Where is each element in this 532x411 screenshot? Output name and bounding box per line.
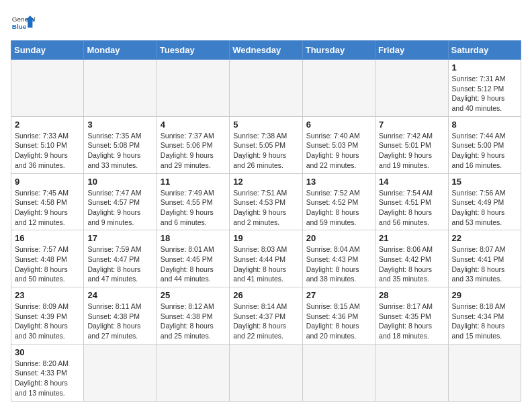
calendar-cell: 30Sunrise: 8:20 AM Sunset: 4:33 PM Dayli… — [11, 344, 84, 401]
day-number: 6 — [306, 120, 371, 130]
calendar-cell: 28Sunrise: 8:17 AM Sunset: 4:35 PM Dayli… — [375, 287, 448, 345]
day-info: Sunrise: 7:59 AM Sunset: 4:47 PM Dayligh… — [87, 244, 152, 284]
day-number: 17 — [87, 233, 152, 243]
day-number: 26 — [233, 290, 298, 300]
calendar-cell: 9Sunrise: 7:45 AM Sunset: 4:58 PM Daylig… — [11, 173, 84, 230]
weekday-header-friday: Friday — [375, 41, 448, 60]
day-info: Sunrise: 7:35 AM Sunset: 5:08 PM Dayligh… — [87, 131, 152, 171]
day-info: Sunrise: 8:09 AM Sunset: 4:39 PM Dayligh… — [15, 302, 80, 341]
day-number: 23 — [15, 290, 80, 300]
day-info: Sunrise: 8:12 AM Sunset: 4:38 PM Dayligh… — [161, 302, 226, 341]
calendar-cell: 22Sunrise: 8:07 AM Sunset: 4:41 PM Dayli… — [448, 230, 521, 287]
calendar-cell: 29Sunrise: 8:18 AM Sunset: 4:34 PM Dayli… — [448, 287, 521, 345]
day-info: Sunrise: 7:57 AM Sunset: 4:48 PM Dayligh… — [15, 244, 80, 284]
day-info: Sunrise: 7:37 AM Sunset: 5:06 PM Dayligh… — [161, 131, 226, 171]
calendar-cell: 18Sunrise: 8:01 AM Sunset: 4:45 PM Dayli… — [157, 230, 229, 287]
day-number: 18 — [161, 233, 226, 243]
day-number: 11 — [161, 177, 226, 187]
day-info: Sunrise: 7:33 AM Sunset: 5:10 PM Dayligh… — [15, 131, 80, 171]
calendar-cell: 21Sunrise: 8:06 AM Sunset: 4:42 PM Dayli… — [375, 230, 448, 287]
weekday-header-monday: Monday — [84, 41, 157, 60]
day-info: Sunrise: 7:51 AM Sunset: 4:53 PM Dayligh… — [233, 188, 298, 228]
day-info: Sunrise: 7:47 AM Sunset: 4:57 PM Dayligh… — [87, 188, 152, 228]
day-number: 9 — [15, 177, 80, 187]
calendar-cell: 11Sunrise: 7:49 AM Sunset: 4:55 PM Dayli… — [157, 173, 229, 230]
calendar-cell: 12Sunrise: 7:51 AM Sunset: 4:53 PM Dayli… — [230, 173, 302, 230]
day-number: 21 — [379, 233, 444, 243]
day-info: Sunrise: 7:45 AM Sunset: 4:58 PM Dayligh… — [15, 188, 80, 228]
day-number: 2 — [15, 120, 80, 130]
day-info: Sunrise: 8:14 AM Sunset: 4:37 PM Dayligh… — [233, 302, 298, 341]
day-number: 5 — [233, 120, 298, 130]
day-number: 10 — [87, 177, 152, 187]
calendar-cell: 1Sunrise: 7:31 AM Sunset: 5:12 PM Daylig… — [448, 60, 521, 117]
calendar-cell: 16Sunrise: 7:57 AM Sunset: 4:48 PM Dayli… — [11, 230, 84, 287]
calendar-cell: 15Sunrise: 7:56 AM Sunset: 4:49 PM Dayli… — [448, 173, 521, 230]
day-number: 19 — [233, 233, 298, 243]
day-info: Sunrise: 8:01 AM Sunset: 4:45 PM Dayligh… — [161, 244, 226, 284]
day-info: Sunrise: 7:49 AM Sunset: 4:55 PM Dayligh… — [161, 188, 226, 228]
day-info: Sunrise: 7:31 AM Sunset: 5:12 PM Dayligh… — [452, 74, 517, 113]
calendar-cell: 24Sunrise: 8:11 AM Sunset: 4:38 PM Dayli… — [84, 287, 157, 345]
calendar-cell: 5Sunrise: 7:38 AM Sunset: 5:05 PM Daylig… — [230, 116, 302, 173]
calendar-cell: 10Sunrise: 7:47 AM Sunset: 4:57 PM Dayli… — [84, 173, 157, 230]
calendar-cell: 14Sunrise: 7:54 AM Sunset: 4:51 PM Dayli… — [375, 173, 448, 230]
calendar-cell — [230, 344, 302, 401]
calendar-cell: 2Sunrise: 7:33 AM Sunset: 5:10 PM Daylig… — [11, 116, 84, 173]
calendar-cell — [157, 344, 229, 401]
calendar-cell: 20Sunrise: 8:04 AM Sunset: 4:43 PM Dayli… — [302, 230, 375, 287]
day-info: Sunrise: 8:07 AM Sunset: 4:41 PM Dayligh… — [452, 244, 517, 284]
calendar-week-row: 16Sunrise: 7:57 AM Sunset: 4:48 PM Dayli… — [11, 230, 521, 287]
weekday-header-tuesday: Tuesday — [157, 41, 229, 60]
day-number: 13 — [306, 177, 371, 187]
calendar-cell: 13Sunrise: 7:52 AM Sunset: 4:52 PM Dayli… — [302, 173, 375, 230]
weekday-header-sunday: Sunday — [11, 41, 84, 60]
calendar-cell: 17Sunrise: 7:59 AM Sunset: 4:47 PM Dayli… — [84, 230, 157, 287]
day-info: Sunrise: 8:20 AM Sunset: 4:33 PM Dayligh… — [15, 359, 80, 398]
calendar-cell — [375, 60, 448, 117]
day-number: 22 — [452, 233, 517, 243]
logo: General Blue — [11, 11, 35, 35]
weekday-header-wednesday: Wednesday — [230, 41, 302, 60]
calendar-cell — [230, 60, 302, 117]
calendar-cell: 3Sunrise: 7:35 AM Sunset: 5:08 PM Daylig… — [84, 116, 157, 173]
calendar-cell: 7Sunrise: 7:42 AM Sunset: 5:01 PM Daylig… — [375, 116, 448, 173]
day-number: 14 — [379, 177, 444, 187]
calendar-cell: 27Sunrise: 8:15 AM Sunset: 4:36 PM Dayli… — [302, 287, 375, 345]
calendar-cell — [84, 344, 157, 401]
calendar-cell — [302, 60, 375, 117]
day-number: 28 — [379, 290, 444, 300]
calendar-cell: 23Sunrise: 8:09 AM Sunset: 4:39 PM Dayli… — [11, 287, 84, 345]
day-number: 25 — [161, 290, 226, 300]
day-number: 4 — [161, 120, 226, 130]
calendar-table: SundayMondayTuesdayWednesdayThursdayFrid… — [11, 40, 521, 402]
calendar-cell — [11, 60, 84, 117]
day-info: Sunrise: 7:40 AM Sunset: 5:03 PM Dayligh… — [306, 131, 371, 171]
day-number: 8 — [452, 120, 517, 130]
day-info: Sunrise: 8:17 AM Sunset: 4:35 PM Dayligh… — [379, 302, 444, 341]
calendar-cell: 8Sunrise: 7:44 AM Sunset: 5:00 PM Daylig… — [448, 116, 521, 173]
day-number: 3 — [87, 120, 152, 130]
calendar-week-row: 30Sunrise: 8:20 AM Sunset: 4:33 PM Dayli… — [11, 344, 521, 401]
weekday-header-saturday: Saturday — [448, 41, 521, 60]
calendar-cell — [448, 344, 521, 401]
day-info: Sunrise: 7:54 AM Sunset: 4:51 PM Dayligh… — [379, 188, 444, 228]
day-info: Sunrise: 8:18 AM Sunset: 4:34 PM Dayligh… — [452, 302, 517, 341]
day-number: 7 — [379, 120, 444, 130]
day-number: 16 — [15, 233, 80, 243]
calendar-cell: 19Sunrise: 8:03 AM Sunset: 4:44 PM Dayli… — [230, 230, 302, 287]
weekday-header-thursday: Thursday — [302, 41, 375, 60]
calendar-week-row: 1Sunrise: 7:31 AM Sunset: 5:12 PM Daylig… — [11, 60, 521, 117]
calendar-week-row: 9Sunrise: 7:45 AM Sunset: 4:58 PM Daylig… — [11, 173, 521, 230]
calendar-week-row: 2Sunrise: 7:33 AM Sunset: 5:10 PM Daylig… — [11, 116, 521, 173]
day-number: 15 — [452, 177, 517, 187]
calendar-week-row: 23Sunrise: 8:09 AM Sunset: 4:39 PM Dayli… — [11, 287, 521, 345]
day-info: Sunrise: 8:11 AM Sunset: 4:38 PM Dayligh… — [87, 302, 152, 341]
day-info: Sunrise: 7:44 AM Sunset: 5:00 PM Dayligh… — [452, 131, 517, 171]
day-info: Sunrise: 8:06 AM Sunset: 4:42 PM Dayligh… — [379, 244, 444, 284]
calendar-cell: 26Sunrise: 8:14 AM Sunset: 4:37 PM Dayli… — [230, 287, 302, 345]
day-number: 29 — [452, 290, 517, 300]
day-number: 30 — [15, 347, 80, 357]
calendar-cell: 25Sunrise: 8:12 AM Sunset: 4:38 PM Dayli… — [157, 287, 229, 345]
calendar-cell — [84, 60, 157, 117]
